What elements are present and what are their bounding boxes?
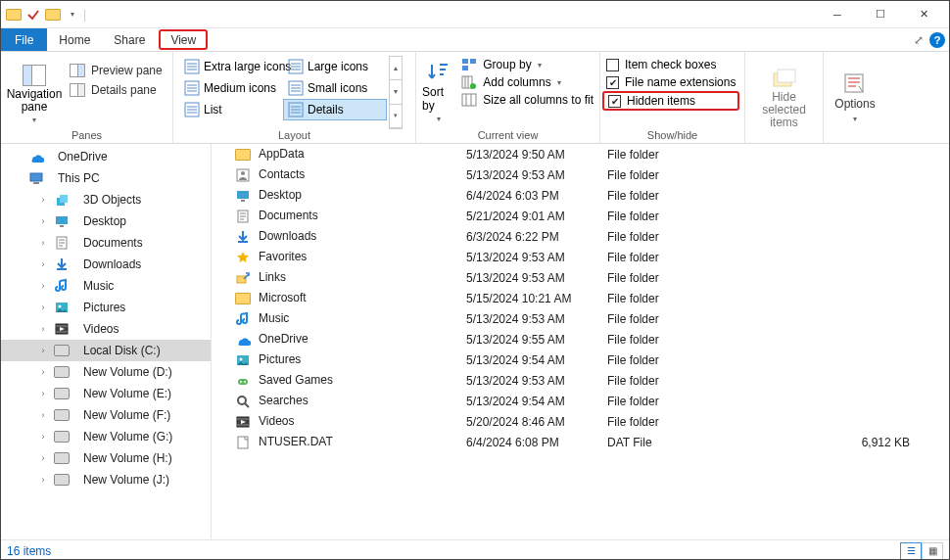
tab-home[interactable]: Home (47, 28, 102, 51)
tree-item[interactable]: ›New Volume (J:) (1, 469, 211, 490)
hidden-items-toggle[interactable]: ✔ Hidden items (608, 94, 734, 108)
table-row[interactable]: Videos5/20/2024 8:46 AMFile folder (212, 411, 949, 432)
tree-item[interactable]: ›Videos (1, 318, 211, 340)
table-row[interactable]: OneDrive5/13/2024 9:55 AMFile folder (212, 329, 949, 350)
ribbon-tabs: File Home Share View ⤢ ? (1, 28, 949, 52)
qat-dropdown-icon[interactable]: ▾ (64, 6, 81, 23)
sort-icon (428, 62, 450, 83)
layout-icon (288, 59, 304, 74)
folder-icon (235, 147, 251, 163)
table-row[interactable]: Favorites5/13/2024 9:53 AMFile folder (212, 247, 949, 267)
close-button[interactable]: ✕ (902, 2, 945, 27)
tree-item[interactable]: This PC (1, 167, 211, 189)
checkbox-icon (606, 59, 619, 71)
desktop-icon (235, 188, 251, 204)
table-row[interactable]: Searches5/13/2024 9:54 AMFile folder (212, 391, 949, 411)
tree-item[interactable]: ›3D Objects (1, 189, 211, 210)
table-row[interactable]: Desktop6/4/2024 6:03 PMFile folder (212, 185, 949, 206)
svg-rect-18 (60, 195, 68, 203)
details-pane-button[interactable]: Details pane (70, 83, 163, 97)
table-row[interactable]: Links5/13/2024 9:53 AMFile folder (212, 267, 949, 288)
svg-point-26 (241, 171, 245, 175)
svg-rect-30 (237, 276, 246, 283)
table-row[interactable]: Microsoft5/15/2024 10:21 AMFile folder (212, 288, 949, 308)
disk-icon (54, 450, 70, 466)
tree-item[interactable]: ›Documents (1, 232, 211, 254)
layout-icon (288, 80, 304, 96)
table-row[interactable]: NTUSER.DAT6/4/2024 6:08 PMDAT File6,912 … (212, 432, 949, 452)
svg-point-23 (59, 305, 62, 308)
item-checkboxes-toggle[interactable]: Item check boxes (606, 58, 736, 71)
group-panes: Navigation pane ▾ Preview pane Details p… (1, 52, 173, 143)
disk-icon (54, 343, 70, 358)
tree-item[interactable]: ›Music (1, 275, 211, 297)
layout-small-icons[interactable]: Small icons (283, 77, 387, 99)
navigation-tree[interactable]: OneDriveThis PC›3D Objects›Desktop›Docum… (1, 144, 212, 539)
tree-item[interactable]: ›New Volume (H:) (1, 447, 211, 469)
table-row[interactable]: Documents5/21/2024 9:01 AMFile folder (212, 206, 949, 226)
add-columns-button[interactable]: Add columns▾ (461, 75, 594, 89)
table-row[interactable]: Saved Games5/13/2024 9:53 AMFile folder (212, 370, 949, 391)
tree-item[interactable]: ›New Volume (F:) (1, 404, 211, 426)
search-icon (235, 394, 251, 409)
layout-details[interactable]: Details (283, 99, 387, 120)
svg-rect-7 (470, 59, 476, 64)
table-row[interactable]: Contacts5/13/2024 9:53 AMFile folder (212, 164, 949, 185)
table-row[interactable]: Music5/13/2024 9:53 AMFile folder (212, 308, 949, 329)
disk-icon (54, 407, 70, 423)
desktop-icon (54, 213, 70, 229)
qat-properties-icon[interactable] (24, 6, 42, 23)
tab-share[interactable]: Share (102, 28, 157, 51)
size-columns-button[interactable]: Size all columns to fit (461, 93, 594, 107)
help-icon[interactable]: ? (929, 32, 945, 48)
folder-icon (235, 291, 251, 306)
options-button[interactable]: Options ▾ (830, 56, 880, 141)
ribbon: Navigation pane ▾ Preview pane Details p… (1, 52, 949, 144)
down-icon (235, 229, 251, 245)
table-row[interactable]: Pictures5/13/2024 9:54 AMFile folder (212, 350, 949, 370)
tree-item[interactable]: ›New Volume (G:) (1, 426, 211, 447)
thumbnails-view-toggle[interactable]: ▦ (922, 542, 943, 560)
layout-medium-icons[interactable]: Medium icons (179, 77, 283, 99)
svg-rect-33 (238, 379, 248, 385)
docs-icon (235, 209, 251, 224)
titlebar: ▾ | ─ ☐ ✕ (1, 1, 949, 28)
docs-icon (54, 235, 70, 251)
chevron-down-icon: ▾ (437, 115, 441, 123)
tree-item[interactable]: ›New Volume (E:) (1, 383, 211, 404)
music-icon (54, 278, 70, 294)
maximize-button[interactable]: ☐ (859, 2, 902, 27)
file-extensions-toggle[interactable]: ✔ File name extensions (606, 75, 736, 89)
tree-item[interactable]: ›New Volume (D:) (1, 361, 211, 383)
item-count: 16 items (7, 544, 51, 558)
minimize-button[interactable]: ─ (816, 2, 859, 27)
table-row[interactable]: Downloads6/3/2024 6:22 PMFile folder (212, 226, 949, 247)
tree-item[interactable]: ›Downloads (1, 254, 211, 275)
layout-list[interactable]: List (179, 99, 283, 120)
layout-scrollbar[interactable]: ▲▼▾ (389, 56, 403, 129)
ribbon-collapse-icon[interactable]: ⤢ (914, 33, 924, 47)
file-list[interactable]: AppData5/13/2024 9:50 AMFile folderConta… (212, 144, 949, 539)
tab-view[interactable]: View (159, 29, 208, 50)
pics-icon (54, 300, 70, 315)
layout-large-icons[interactable]: Large icons (283, 56, 387, 77)
tree-item[interactable]: ›Pictures (1, 297, 211, 318)
details-view-toggle[interactable]: ☰ (900, 542, 922, 560)
preview-pane-button[interactable]: Preview pane (70, 64, 163, 77)
hide-selected-button[interactable]: Hide selected items (751, 56, 817, 141)
group-by-button[interactable]: Group by▾ (461, 58, 594, 71)
tree-item[interactable]: OneDrive (1, 146, 211, 167)
tree-item[interactable]: ›Local Disk (C:) (1, 340, 211, 361)
tree-item[interactable]: ›Desktop (1, 210, 211, 232)
navigation-pane-button[interactable]: Navigation pane ▾ (7, 56, 62, 129)
group-options: Options ▾ (824, 52, 886, 143)
sort-by-button[interactable]: Sort by ▾ (422, 56, 455, 129)
tab-file[interactable]: File (1, 28, 47, 51)
add-columns-icon (461, 75, 477, 89)
pics-icon (235, 352, 251, 368)
svg-rect-20 (60, 225, 64, 227)
svg-rect-8 (462, 66, 468, 70)
layout-extra-large-icons[interactable]: Extra large icons (179, 56, 283, 77)
table-row[interactable]: AppData5/13/2024 9:50 AMFile folder (212, 144, 949, 164)
svg-rect-13 (778, 70, 795, 82)
